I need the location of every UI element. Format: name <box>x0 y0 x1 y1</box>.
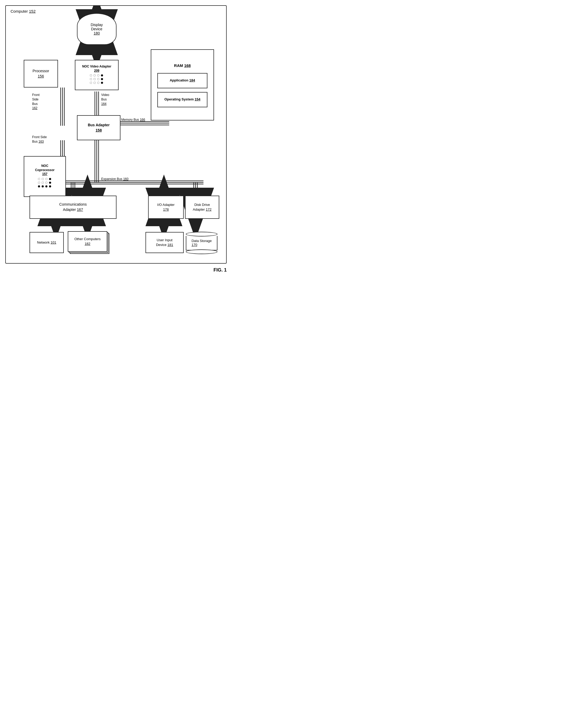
os-label: Operating System 154 <box>165 97 200 102</box>
front-side-bus-162-label: FrontSideBus162 <box>32 93 40 110</box>
bus-adapter-label: Bus Adapter158 <box>88 123 110 133</box>
computer-num: 152 <box>29 9 36 14</box>
noc-video-adapter-label: NOC Video Adapter209 <box>82 65 111 73</box>
display-device-box: DisplayDevice180 <box>77 13 116 45</box>
display-device-label: DisplayDevice180 <box>91 23 103 35</box>
noc-video-dot-grid <box>90 74 104 84</box>
ram-label: RAM 168 <box>174 63 191 68</box>
disk-drive-adapter-label: Disk DriveAdapter 172 <box>193 202 212 212</box>
os-box: Operating System 154 <box>157 92 208 107</box>
data-storage-wrapper: Data Storage170 <box>184 231 219 254</box>
noc-video-adapter-box: NOC Video Adapter209 <box>75 60 118 90</box>
fig-label: FIG. 1 <box>5 267 232 273</box>
application-label: Application 184 <box>170 78 195 83</box>
noc-coprocessor-label: NOCCoprocessor157 <box>35 164 55 176</box>
front-side-bus-163-label: Front SideBus 163 <box>32 135 47 144</box>
application-box: Application 184 <box>157 73 208 88</box>
comm-adapter-box: CommunicationsAdapter 167 <box>29 196 116 219</box>
other-computers-wrapper: Other Computers182 <box>68 231 110 254</box>
processor-label: Processor156 <box>32 68 49 79</box>
network-box: Network 101 <box>29 232 64 253</box>
disk-drive-adapter-box: Disk DriveAdapter 172 <box>185 196 219 219</box>
data-storage-label: Data Storage170 <box>192 239 212 247</box>
diagram-container: Computer 152 <box>5 5 227 264</box>
memory-bus-166-label: Memory Bus 166 <box>121 118 145 122</box>
io-adapter-box: I/O Adapter178 <box>148 196 184 219</box>
expansion-bus-160-label: Expansion Bus 160 <box>101 177 128 181</box>
video-bus-164-label: VideoBus164 <box>101 93 109 106</box>
user-input-device-label: User InputDevice 181 <box>156 238 173 247</box>
page: Computer 152 <box>5 5 232 273</box>
other-computers-label: Other Computers182 <box>74 237 101 246</box>
user-input-device-box: User InputDevice 181 <box>146 232 184 253</box>
comm-adapter-label: CommunicationsAdapter 167 <box>59 202 87 212</box>
computer-label: Computer 152 <box>10 9 36 14</box>
ram-box: RAM 168 Application 184 Operating System… <box>151 49 214 121</box>
noc-coprocessor-box: NOCCoprocessor157 <box>24 156 66 197</box>
bus-adapter-box: Bus Adapter158 <box>77 115 121 140</box>
processor-box: Processor156 <box>24 60 58 88</box>
noc-coprocessor-dot-grid <box>38 178 52 188</box>
network-label: Network 101 <box>37 240 57 245</box>
io-adapter-label: I/O Adapter178 <box>157 202 175 212</box>
